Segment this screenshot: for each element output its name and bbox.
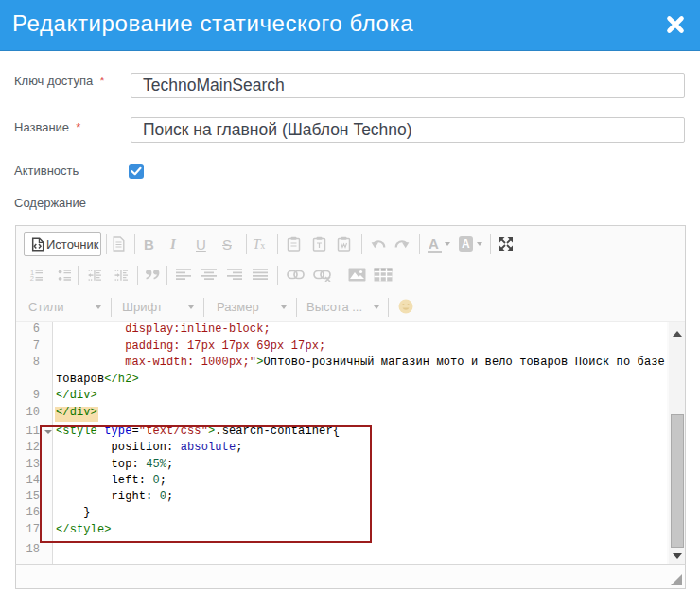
svg-text:2: 2 [30,274,34,281]
